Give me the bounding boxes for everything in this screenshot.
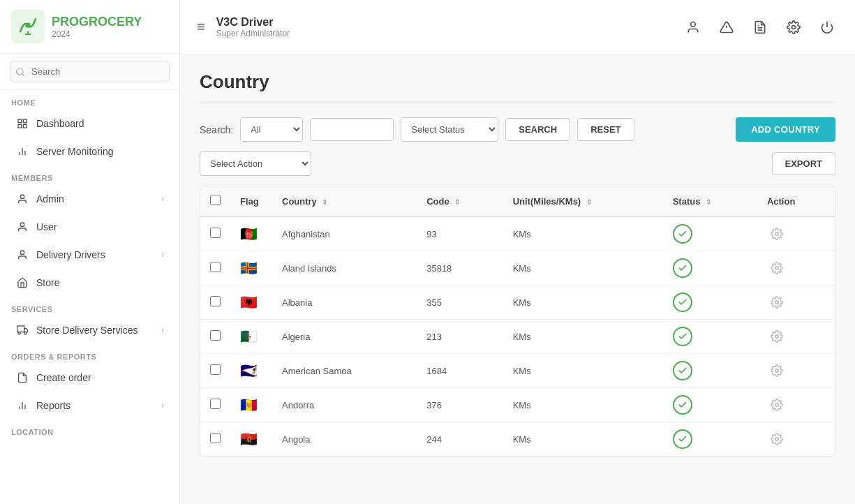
hamburger-menu[interactable]: ≡ <box>197 19 205 35</box>
sidebar-label-store-delivery-services: Store Delivery Services <box>36 325 154 336</box>
search-button[interactable]: SEARCH <box>505 118 570 141</box>
row-country: Algeria <box>272 320 417 354</box>
flag-emoji: 🇦🇽 <box>240 260 258 276</box>
action-select[interactable]: Select Action <box>200 151 311 176</box>
row-flag-cell: 🇦🇸 <box>230 354 272 388</box>
row-status <box>663 320 757 354</box>
th-flag: Flag <box>230 186 272 216</box>
country-table-wrap: Flag Country ⇕ Code ⇕ Unit(Miles/KMs) ⇕ <box>200 186 835 457</box>
sidebar-item-user[interactable]: User <box>4 214 175 240</box>
sidebar-item-admin[interactable]: Admin › <box>4 186 175 212</box>
row-checkbox[interactable] <box>210 364 221 375</box>
row-checkbox-cell <box>200 251 230 286</box>
row-code: 1684 <box>417 354 503 388</box>
row-checkbox[interactable] <box>210 330 221 341</box>
sidebar-item-delivery-drivers[interactable]: Delivery Drivers › <box>4 242 175 268</box>
notes-icon[interactable] <box>749 16 771 38</box>
row-action <box>757 251 835 286</box>
export-button[interactable]: EXPORT <box>772 152 835 175</box>
row-unit: KMs <box>503 286 663 320</box>
sidebar-label-admin: Admin <box>36 193 154 205</box>
sidebar-item-dashboard[interactable]: Dashboard <box>4 110 175 137</box>
sidebar-item-server-monitoring[interactable]: Server Monitoring <box>4 138 175 165</box>
action-gear-icon[interactable] <box>767 327 787 346</box>
section-orders-reports: ORDERS & REPORTS <box>0 344 179 364</box>
svg-point-21 <box>691 22 696 27</box>
row-flag-cell: 🇦🇽 <box>230 251 272 286</box>
section-members: MEMBERS <box>0 165 179 185</box>
row-action <box>757 388 835 422</box>
logo-text: PROGROCERY 2024 <box>52 15 142 39</box>
row-checkbox[interactable] <box>210 399 221 409</box>
sidebar-item-reports[interactable]: Reports › <box>4 392 175 419</box>
row-status <box>663 251 757 286</box>
filter-all-select[interactable]: All <box>240 117 303 142</box>
row-code: 376 <box>417 388 503 422</box>
svg-point-29 <box>775 267 779 270</box>
th-status[interactable]: Status ⇕ <box>663 186 757 216</box>
row-country: American Samoa <box>272 354 417 388</box>
th-checkbox <box>200 186 230 216</box>
action-gear-icon[interactable] <box>767 258 787 278</box>
row-country: Albania <box>272 286 417 320</box>
settings-icon[interactable] <box>782 16 805 38</box>
th-unit[interactable]: Unit(Miles/KMs) ⇕ <box>503 186 663 216</box>
action-gear-icon[interactable] <box>767 292 787 312</box>
svg-point-13 <box>20 251 24 254</box>
row-flag-cell: 🇦🇴 <box>230 422 272 457</box>
user-profile-icon[interactable] <box>682 16 704 38</box>
page-title: Country <box>200 71 835 103</box>
status-active-icon <box>673 292 692 312</box>
sidebar: PROGROCERY 2024 HOME Dashboard Server Mo… <box>0 0 180 504</box>
section-location: LOCATION <box>0 420 179 439</box>
row-checkbox[interactable] <box>210 228 221 238</box>
chevron-delivery-drivers: › <box>161 250 164 260</box>
action-gear-icon[interactable] <box>767 224 787 244</box>
row-checkbox-cell <box>200 422 230 457</box>
row-code: 213 <box>417 320 503 354</box>
svg-point-32 <box>775 369 779 373</box>
action-gear-icon[interactable] <box>767 429 787 449</box>
chevron-store-delivery-services: › <box>161 325 164 335</box>
search-text-input[interactable] <box>310 118 394 141</box>
sort-status-icon: ⇕ <box>706 198 711 206</box>
status-active-icon <box>673 224 692 244</box>
action-gear-icon[interactable] <box>767 395 787 415</box>
sidebar-item-store[interactable]: Store <box>4 269 175 296</box>
grid-icon <box>15 117 29 131</box>
sidebar-search-input[interactable] <box>10 61 170 82</box>
sidebar-item-store-delivery-services[interactable]: Store Delivery Services › <box>4 317 175 343</box>
status-select[interactable]: Select Status <box>401 117 498 142</box>
alert-icon[interactable] <box>715 16 738 38</box>
row-country: Angola <box>272 422 417 457</box>
header-subtitle: Super Administrator <box>216 29 671 38</box>
power-icon[interactable] <box>816 16 838 38</box>
sidebar-item-create-order[interactable]: Create order <box>4 364 175 391</box>
select-all-checkbox[interactable] <box>210 195 221 205</box>
row-checkbox[interactable] <box>210 433 221 443</box>
svg-point-31 <box>775 335 779 339</box>
truck-icon <box>15 323 29 337</box>
search-icon <box>15 67 25 77</box>
row-status <box>663 286 757 320</box>
action-gear-icon[interactable] <box>767 361 787 380</box>
add-country-button[interactable]: ADD COUNTRY <box>736 117 835 142</box>
row-country: Aland Islands <box>272 251 417 286</box>
logo-year: 2024 <box>52 29 142 39</box>
reset-button[interactable]: RESET <box>577 118 634 141</box>
sidebar-label-store: Store <box>36 277 164 288</box>
th-country[interactable]: Country ⇕ <box>272 186 417 216</box>
th-code[interactable]: Code ⇕ <box>417 186 503 216</box>
row-checkbox-cell <box>200 388 230 422</box>
row-checkbox[interactable] <box>210 296 221 306</box>
doc-icon <box>15 371 29 385</box>
user-admin-icon <box>15 192 29 206</box>
sort-code-icon: ⇕ <box>454 198 460 206</box>
chart-icon <box>15 399 29 413</box>
status-active-icon <box>673 327 692 346</box>
row-checkbox[interactable] <box>210 262 221 272</box>
chart-bar-icon <box>15 144 29 158</box>
table-row: 🇩🇿 Algeria 213 KMs <box>200 320 835 354</box>
section-services: SERVICES <box>0 297 179 316</box>
svg-point-28 <box>775 232 779 236</box>
